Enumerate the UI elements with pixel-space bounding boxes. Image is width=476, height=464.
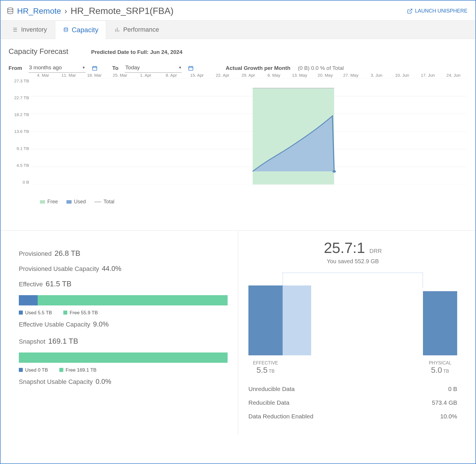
breadcrumb-sep: › [64, 7, 67, 16]
unreducible-label: Unreducible Data [248, 386, 295, 392]
from-dropdown[interactable]: 3 months ago ▼ [29, 63, 86, 73]
growth-value: (0 B) 0.0 % of Total [298, 65, 344, 71]
swatch-free [40, 200, 45, 204]
x-tick: 18. Mar [82, 73, 107, 78]
svg-point-5 [64, 28, 68, 29]
to-value: Today [125, 64, 140, 71]
reduction-enabled-value: 10.0% [440, 413, 457, 420]
swatch-free [59, 368, 63, 372]
legend-free-label: Free [47, 199, 58, 204]
drr-physical-label: PHYSICAL [423, 360, 457, 366]
chevron-down-icon: ▼ [82, 66, 86, 70]
drr-effective-unit: TB [269, 369, 274, 374]
snapshot-usable-value: 0.0% [96, 378, 111, 386]
chevron-down-icon: ▼ [178, 66, 182, 70]
y-tick: 27.3 TB [9, 78, 29, 83]
to-label: To [112, 65, 119, 71]
x-tick: 24. Jun [441, 73, 466, 78]
swatch-used [19, 368, 23, 372]
data-reduction-panel: 25.7:1 DRR You saved 552.9 GB EFFECTIVE … [238, 231, 467, 435]
capacity-metrics-panel: Provisioned 26.8 TB Provisioned Usable C… [9, 231, 238, 435]
from-label: From [9, 65, 22, 71]
capacity-forecast-title: Capacity Forecast [9, 47, 68, 56]
x-tick: 27. May [338, 73, 364, 78]
legend-used-label: Used [74, 199, 86, 204]
swatch-total [94, 202, 101, 202]
external-link-icon [407, 8, 413, 14]
bar-chart-icon [114, 27, 120, 33]
provisioned-usable-label: Provisioned Usable Capacity [19, 265, 99, 273]
y-tick: 13.6 TB [9, 129, 29, 134]
effective-usable-label: Effective Usable Capacity [19, 321, 90, 328]
drr-ratio: 25.7:1 [324, 239, 365, 256]
drr-physical-unit: TB [443, 369, 449, 374]
y-tick: 18.2 TB [9, 112, 29, 117]
legend-total-label: Total [104, 199, 114, 204]
svg-point-24 [333, 170, 336, 173]
x-tick: 6. May [261, 73, 287, 78]
x-tick: 22. Apr [210, 73, 236, 78]
effective-label: Effective [19, 281, 43, 288]
unreducible-value: 0 B [448, 386, 457, 392]
tab-performance[interactable]: Performance [107, 21, 167, 39]
provisioned-usable-value: 44.0% [102, 265, 121, 273]
swatch-free [63, 311, 67, 315]
x-tick: 20. May [312, 73, 338, 78]
drr-physical-value: 5.0 [431, 366, 442, 374]
provisioned-label: Provisioned [19, 250, 52, 258]
snapshot-free-label: Free 169.1 TB [66, 367, 96, 373]
effective-used-label: Used 5.5 TB [25, 310, 52, 315]
svg-rect-13 [189, 66, 193, 70]
x-tick: 29. Apr [236, 73, 261, 78]
drr-effective-label: EFFECTIVE [248, 360, 283, 366]
tab-capacity-label: Capacity [72, 26, 98, 34]
launch-unisphere-label: LAUNCH UNISPHERE [415, 8, 467, 14]
provisioned-value: 26.8 TB [54, 249, 80, 258]
database-icon [6, 7, 15, 16]
from-value: 3 months ago [29, 64, 62, 71]
to-dropdown[interactable]: Today ▼ [125, 63, 182, 73]
breadcrumb-parent-link[interactable]: HR_Remote [17, 7, 61, 16]
snapshot-usable-label: Snapshot Usable Capacity [19, 378, 93, 386]
breadcrumb-current: HR_Remote_SRP1(FBA) [70, 6, 173, 16]
snapshot-bar [19, 352, 228, 363]
chart-legend: Free Used Total [40, 199, 467, 205]
effective-usable-value: 9.0% [93, 320, 109, 328]
drr-label: DRR [369, 248, 382, 254]
tab-performance-label: Performance [123, 26, 159, 33]
drr-chart [248, 273, 457, 355]
effective-value: 61.5 TB [46, 279, 72, 288]
svg-marker-26 [283, 285, 311, 355]
x-tick: 4. Mar [30, 73, 56, 78]
tab-capacity[interactable]: Capacity [55, 21, 106, 39]
calendar-icon-to[interactable] [188, 65, 194, 71]
capacity-forecast-chart: 4. Mar11. Mar18. Mar25. Mar1. Apr8. Apr1… [9, 76, 467, 196]
growth-label: Actual Growth per Month [226, 65, 290, 71]
x-tick: 13. May [287, 73, 312, 78]
x-tick: 15. Apr [184, 73, 210, 78]
effective-free-label: Free 55.9 TB [70, 310, 98, 315]
calendar-icon-from[interactable] [92, 65, 98, 71]
x-tick: 17. Jun [415, 73, 441, 78]
tab-inventory[interactable]: Inventory [5, 21, 54, 39]
reduction-enabled-label: Data Reduction Enabled [248, 413, 313, 420]
x-tick: 8. Apr [159, 73, 184, 78]
x-tick: 25. Mar [107, 73, 133, 78]
x-tick: 3. Jun [364, 73, 389, 78]
drr-saved: You saved 552.9 GB [248, 258, 457, 265]
y-tick: 22.7 TB [9, 95, 29, 100]
snapshot-used-label: Used 0 TB [25, 367, 48, 373]
svg-line-1 [409, 9, 412, 11]
launch-unisphere-button[interactable]: LAUNCH UNISPHERE [407, 8, 467, 14]
swatch-used [66, 200, 72, 204]
predicted-date-label: Predicted Date to Full: Jun 24, 2024 [91, 49, 183, 55]
effective-bar [19, 295, 228, 305]
snapshot-value: 169.1 TB [48, 337, 78, 346]
drr-effective-value: 5.5 [256, 366, 268, 374]
snapshot-label: Snapshot [19, 338, 45, 345]
svg-rect-9 [92, 66, 97, 70]
x-tick: 11. Mar [56, 73, 82, 78]
breadcrumb: HR_Remote › HR_Remote_SRP1(FBA) [6, 6, 173, 16]
tabs: Inventory Capacity Performance [1, 20, 475, 39]
tab-inventory-label: Inventory [21, 26, 47, 33]
